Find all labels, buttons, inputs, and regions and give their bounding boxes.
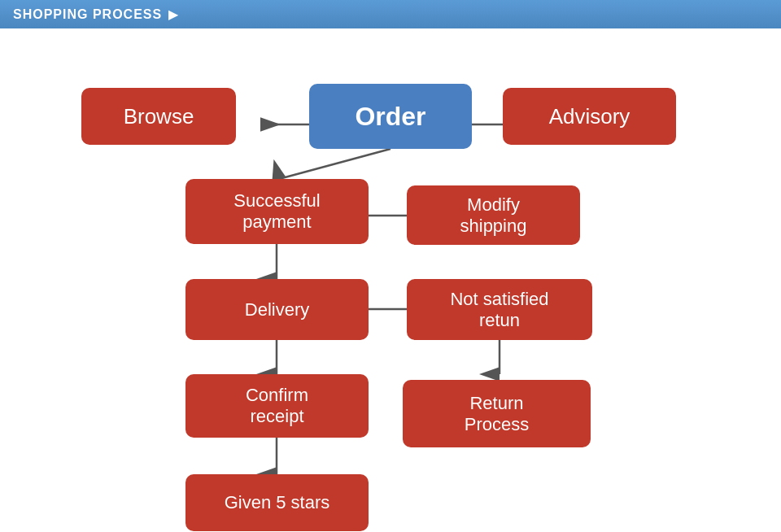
confirm-receipt-node: Confirm receipt (185, 374, 369, 438)
header-arrow-icon: ▶ (168, 7, 178, 22)
return-process-node: Return Process (403, 380, 591, 447)
not-satisfied-node: Not satisfied retun (407, 279, 592, 340)
svg-line-5 (279, 149, 390, 179)
modify-shipping-node: Modify shipping (407, 185, 580, 245)
successful-payment-node: Successful payment (185, 179, 369, 244)
advisory-node: Advisory (503, 88, 676, 145)
diagram-area: Browse Order Advisory Successful payment… (0, 28, 781, 528)
page-title: SHOPPING PROCESS (13, 7, 162, 22)
order-node: Order (309, 84, 472, 149)
browse-node: Browse (81, 88, 236, 145)
given-5-stars-node: Given 5 stars (185, 474, 369, 531)
header: SHOPPING PROCESS ▶ (0, 0, 781, 28)
delivery-node: Delivery (185, 279, 369, 340)
